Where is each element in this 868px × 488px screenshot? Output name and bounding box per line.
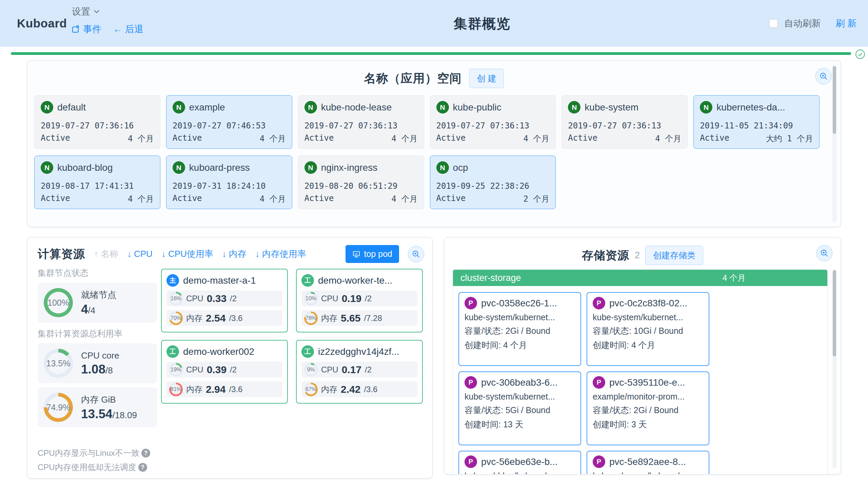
namespace-card[interactable]: N default 2019-07-27 07:36:16 Active 4 个… [34, 95, 160, 149]
namespace-card[interactable]: N nginx-ingress 2019-08-20 06:51:29 Acti… [298, 156, 424, 209]
sort-option[interactable]: ↓ CPU [127, 249, 153, 259]
namespace-card[interactable]: N kuboard-blog 2019-08-17 17:41:31 Activ… [34, 156, 160, 209]
compute-panel-header: 计算资源 ↑ 名称 ↓ CPU ↓ CPU使用率 ↓ 内存 [27, 238, 432, 263]
namespace-name-row: N kube-node-lease [304, 101, 418, 114]
namespace-age: 4 个月 [392, 133, 418, 144]
storage-zoom-button[interactable] [816, 245, 832, 261]
ready-nodes-ring: 100% [44, 288, 73, 317]
namespace-card[interactable]: N kuboard-press 2019-07-31 18:24:10 Acti… [166, 156, 292, 209]
create-namespace-button[interactable]: 创 建 [469, 69, 504, 88]
node-card-grid: 主 demo-master-a-1 16% CPU 0.33 /2 70% 内存… [161, 269, 423, 404]
memory-total: /3.6 [229, 385, 242, 394]
pvc-name: pvc-5395110e-e... [609, 377, 685, 388]
storage-class-group: cluster-storage 4 个月 P pvc-0358ec26-1...… [453, 269, 828, 474]
scrollbar-thumb[interactable] [833, 66, 836, 134]
namespace-card[interactable]: N ocp 2019-09-25 22:38:26 Active 2 个月 [430, 156, 556, 209]
back-link[interactable]: ← 后退 [113, 23, 143, 35]
storage-scrollbar[interactable] [832, 269, 836, 469]
namespace-name: kube-public [453, 102, 501, 113]
back-label: 后退 [125, 23, 143, 35]
namespace-age: 4 个月 [128, 194, 154, 204]
footnote-link[interactable]: CPU内存显示与Linux不一致 ? [38, 448, 150, 459]
cpu-value: 0.33 [207, 293, 226, 304]
memory-utilization-card: 74.9% 内存 GiB 13.54/18.09 [38, 387, 157, 427]
namespace-status-row: Active 4 个月 [436, 133, 550, 144]
storage-class-name: cluster-storage [460, 273, 521, 283]
namespace-age: 4 个月 [392, 194, 418, 204]
storage-panel-header: 存储资源 2 创建存储类 [445, 238, 841, 265]
footnote-link[interactable]: CPU内存使用低却无法调度 ? [38, 462, 150, 473]
namespace-card[interactable]: N kube-node-lease 2019-07-27 07:36:13 Ac… [298, 95, 424, 149]
node-status-label: 集群节点状态 [38, 267, 157, 279]
namespace-status: Active [436, 194, 466, 204]
sort-label: 内存使用率 [262, 248, 306, 260]
pvc-card[interactable]: P pvc-56ebe63e-b... kuboard-blog/kuboard… [458, 451, 581, 474]
pvc-name-row: P pvc-0c2c83f8-02... [593, 297, 703, 309]
sort-option[interactable]: ↑ 名称 [94, 248, 118, 260]
ready-nodes-label: 就绪节点 [81, 289, 116, 301]
node-name-row: 工 demo-worker-te... [301, 274, 417, 287]
memory-utilization-value: 13.54/18.09 [81, 407, 137, 421]
pvc-ref: kuboard-press/kuboard... [593, 471, 703, 474]
namespace-age: 4 个月 [128, 133, 154, 144]
pvc-card[interactable]: P pvc-5e892aee-8... kuboard-press/kuboar… [587, 451, 709, 474]
sort-option[interactable]: ↓ 内存 [222, 248, 246, 260]
namespace-card[interactable]: N kube-public 2019-07-27 07:36:13 Active… [430, 95, 556, 149]
pvc-card[interactable]: P pvc-5395110e-e... example/monitor-prom… [587, 371, 709, 445]
namespace-created-at: 2019-07-27 07:46:53 [173, 121, 286, 130]
namespace-name: default [57, 102, 86, 113]
sort-option[interactable]: ↓ 内存使用率 [255, 248, 306, 260]
sort-label: 内存 [229, 248, 246, 260]
namespace-icon: N [304, 161, 317, 174]
cpu-usage-ring: 19% [169, 363, 183, 377]
node-card[interactable]: 工 demo-worker-te... 10% CPU 0.19 /2 78% … [296, 269, 423, 332]
pvc-card[interactable]: P pvc-0358ec26-1... kube-system/kubernet… [458, 292, 581, 366]
memory-utilization-info: 内存 GiB 13.54/18.09 [81, 394, 137, 421]
cpu-total: /2 [365, 365, 372, 374]
refresh-button[interactable]: 刷 新 [835, 17, 856, 29]
memory-label: 内存 [186, 313, 202, 324]
pvc-card[interactable]: P pvc-0c2c83f8-02... kube-system/kuberne… [587, 292, 709, 366]
node-card[interactable]: 主 demo-master-a-1 16% CPU 0.33 /2 70% 内存… [161, 269, 288, 332]
namespace-card[interactable]: N kubernetes-da... 2019-11-05 21:34:09 A… [693, 95, 820, 149]
settings-dropdown[interactable]: 设置 [72, 5, 100, 18]
pvc-icon: P [593, 376, 605, 389]
namespace-status: Active [568, 133, 597, 144]
success-check-icon [855, 49, 865, 59]
node-card[interactable]: 工 iz2zedgghv14j4zf... 9% CPU 0.17 /2 67%… [296, 340, 423, 404]
pvc-name: pvc-0c2c83f8-02... [609, 298, 687, 309]
storage-class-header[interactable]: cluster-storage 4 个月 [453, 270, 827, 286]
sort-direction-icon: ↓ [127, 249, 132, 259]
node-memory-row: 70% 内存 2.54 /3.6 [166, 310, 282, 326]
memory-total: /3.6 [364, 385, 377, 394]
scrollbar-thumb[interactable] [833, 270, 836, 357]
cpu-utilization-info: CPU core 1.08/8 [81, 350, 119, 377]
pvc-card[interactable]: P pvc-306beab3-6... kube-system/kubernet… [458, 371, 581, 445]
namespace-created-at: 2019-09-25 22:38:26 [436, 181, 550, 191]
pvc-capacity-status: 容量/状态: 2Gi / Bound [465, 325, 575, 337]
create-storage-class-button[interactable]: 创建存储类 [645, 246, 703, 265]
top-pod-button[interactable]: top pod [346, 245, 399, 263]
namespace-created-at: 2019-07-27 07:36:13 [436, 121, 550, 130]
namespace-name-row: N kuboard-blog [41, 161, 154, 174]
namespaces-zoom-button[interactable] [815, 68, 832, 84]
namespace-status: Active [41, 133, 70, 144]
pvc-name-row: P pvc-56ebe63e-b... [465, 455, 575, 468]
auto-refresh-label: 自动刷新 [784, 17, 821, 29]
auto-refresh-checkbox[interactable] [769, 19, 778, 28]
node-name: demo-worker002 [183, 346, 254, 357]
compute-zoom-button[interactable] [408, 246, 424, 262]
namespace-name-row: N example [173, 101, 286, 114]
cpu-utilization-value: 1.08/8 [81, 362, 119, 377]
events-link[interactable]: 事件 [71, 23, 101, 35]
namespace-name: kuboard-press [189, 162, 250, 173]
ready-nodes-value: 4/4 [81, 302, 116, 317]
node-card[interactable]: 工 demo-worker002 19% CPU 0.39 /2 81% 内存 … [161, 340, 288, 404]
namespaces-scrollbar[interactable] [832, 65, 836, 222]
memory-label: 内存 [321, 313, 337, 324]
memory-total: /3.6 [229, 313, 242, 323]
namespace-age: 4 个月 [260, 194, 286, 204]
namespace-card[interactable]: N kube-system 2019-07-27 07:36:13 Active… [561, 95, 688, 149]
namespace-card[interactable]: N example 2019-07-27 07:46:53 Active 4 个… [166, 95, 292, 149]
sort-option[interactable]: ↓ CPU使用率 [161, 248, 213, 260]
